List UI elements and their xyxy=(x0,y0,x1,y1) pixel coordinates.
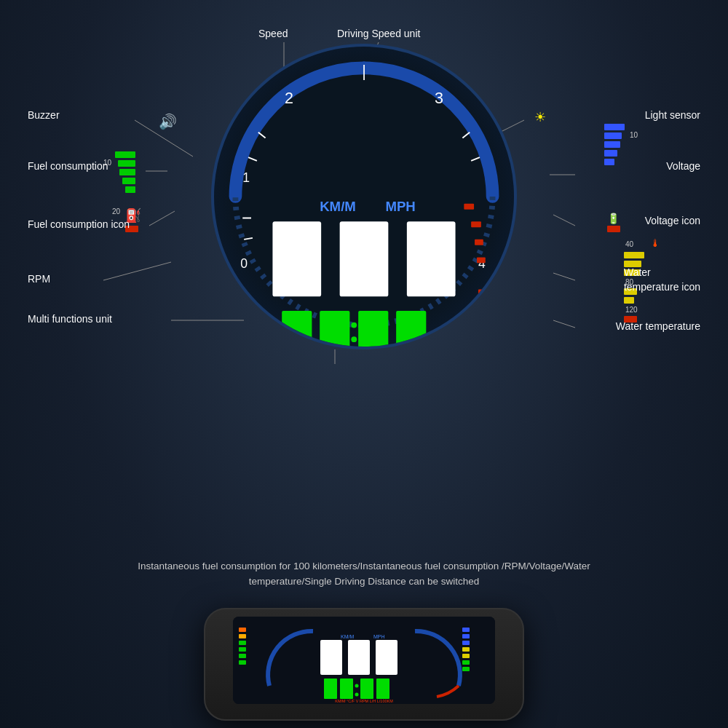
voltage-label: Voltage xyxy=(666,160,700,172)
buzzer-icon: 🔊 xyxy=(159,113,177,130)
svg-rect-54 xyxy=(376,640,397,675)
svg-point-57 xyxy=(355,684,359,688)
svg-rect-55 xyxy=(324,678,337,699)
svg-text:KM/M: KM/M xyxy=(341,634,354,639)
svg-line-24 xyxy=(244,238,253,240)
svg-rect-35 xyxy=(272,221,321,296)
main-container: 2 | 3 1 0 4 5 xyxy=(0,0,728,728)
svg-line-22 xyxy=(248,157,257,161)
svg-text:3: 3 xyxy=(435,89,443,107)
svg-line-25 xyxy=(462,132,470,138)
svg-rect-63 xyxy=(462,641,470,645)
svg-text:KM/M °C/F V RPM L/H L/100KM: KM/M °C/F V RPM L/H L/100KM xyxy=(335,699,393,703)
svg-text:5: 5 xyxy=(482,314,489,328)
buzzer-label: Buzzer xyxy=(28,109,60,121)
svg-line-9 xyxy=(553,215,575,226)
hud-display-area: 2 | 3 1 0 4 5 xyxy=(211,44,517,349)
svg-rect-65 xyxy=(462,654,470,658)
gauge-circle: 2 | 3 1 0 4 5 xyxy=(211,44,517,349)
fuel-bars-group: 10 xyxy=(115,151,135,193)
voltage-bars-group: 10 xyxy=(604,124,625,165)
svg-line-5 xyxy=(103,262,171,280)
svg-rect-66 xyxy=(462,660,470,665)
svg-text:0: 0 xyxy=(240,256,248,271)
device-screen: KM/M MPH KM/M °C/F V RPM L/H L/100KM xyxy=(233,617,495,704)
svg-line-4 xyxy=(149,211,175,226)
driving-speed-unit-label: Driving Speed unit xyxy=(337,28,420,39)
svg-rect-38 xyxy=(282,311,312,347)
svg-rect-67 xyxy=(462,667,470,671)
description-text: Instantaneous fuel consumption for 100 k… xyxy=(116,558,612,590)
device-display-svg: KM/M MPH KM/M °C/F V RPM L/H L/100KM xyxy=(233,617,495,704)
svg-rect-61 xyxy=(462,628,470,632)
svg-rect-51 xyxy=(239,660,246,665)
svg-rect-30 xyxy=(477,257,486,263)
svg-rect-29 xyxy=(475,240,483,245)
svg-rect-43 xyxy=(396,311,426,347)
svg-rect-31 xyxy=(478,290,487,296)
rpm-label: RPM xyxy=(28,273,50,285)
svg-rect-37 xyxy=(407,221,456,296)
gauge-svg: 2 | 3 1 0 4 5 xyxy=(214,47,514,347)
svg-rect-46 xyxy=(239,628,246,632)
svg-line-11 xyxy=(553,320,575,328)
physical-device: KM/M MPH KM/M °C/F V RPM L/H L/100KM xyxy=(204,608,524,721)
water-temperature-label: Water temperature xyxy=(616,320,700,332)
svg-rect-49 xyxy=(239,647,246,652)
svg-rect-64 xyxy=(462,647,470,652)
svg-rect-53 xyxy=(348,640,370,675)
svg-rect-27 xyxy=(464,204,474,210)
svg-rect-39 xyxy=(320,311,349,347)
svg-line-21 xyxy=(258,132,266,138)
svg-rect-47 xyxy=(239,634,246,638)
svg-line-10 xyxy=(553,273,575,280)
fuel-consumption-icon-label: Fuel consumption icon xyxy=(28,218,130,230)
fuel-consumption-label: Fuel consumption xyxy=(28,160,108,172)
svg-rect-52 xyxy=(320,640,342,675)
water-temperature-icon-label: Watertemperature icon xyxy=(624,266,700,294)
light-sensor-label: Light sensor xyxy=(645,109,700,121)
svg-point-40 xyxy=(351,323,357,328)
svg-text:MPH: MPH xyxy=(373,634,385,639)
voltage-icon-area: 🔋 xyxy=(607,213,620,232)
svg-rect-59 xyxy=(360,678,373,699)
svg-text:1: 1 xyxy=(242,170,250,185)
svg-rect-42 xyxy=(358,311,388,347)
svg-rect-36 xyxy=(340,221,389,296)
svg-rect-60 xyxy=(376,678,389,699)
svg-rect-50 xyxy=(239,654,246,658)
multi-functions-unit-label: Multi functions unit xyxy=(28,313,112,325)
svg-line-26 xyxy=(471,157,480,161)
svg-text:KM/M: KM/M xyxy=(320,199,356,214)
voltage-icon-label: Voltage icon xyxy=(645,215,700,226)
svg-text:MPH: MPH xyxy=(385,199,415,214)
svg-rect-32 xyxy=(478,307,487,313)
svg-text:|: | xyxy=(362,62,366,80)
light-sensor-icon: ☀ xyxy=(534,109,546,125)
svg-rect-62 xyxy=(462,634,470,638)
svg-point-41 xyxy=(351,336,357,342)
svg-rect-48 xyxy=(239,641,246,645)
svg-rect-28 xyxy=(471,221,481,227)
svg-rect-56 xyxy=(340,678,353,699)
speed-label: Speed xyxy=(258,28,288,39)
svg-text:2: 2 xyxy=(285,89,293,107)
svg-point-58 xyxy=(355,693,359,697)
